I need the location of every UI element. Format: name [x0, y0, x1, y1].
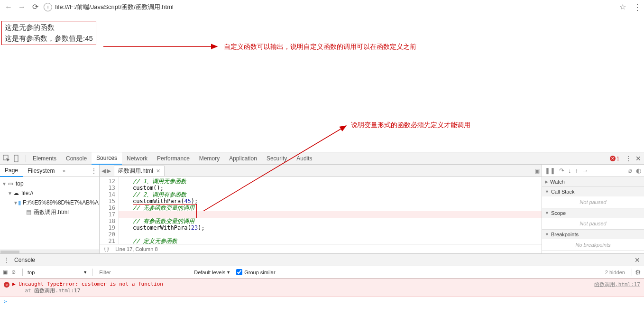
file-tree: ▼▭top ▼☁file:// ▼▮F:/%E5%89%8D%E7%AB%AF/… — [0, 177, 99, 250]
tab-network[interactable]: Network — [122, 152, 152, 165]
output-line-1: 这是无参的函数 — [5, 22, 93, 33]
file-tab-close-icon[interactable]: ✕ — [156, 168, 160, 174]
back-button[interactable]: ← — [2, 0, 15, 14]
tab-elements[interactable]: Elements — [28, 152, 61, 165]
sources-editor: ◀▶ 函数调用.html✕ ▣ 12131415161718192021 // … — [100, 165, 542, 253]
drawer-close-icon[interactable]: ✕ — [635, 256, 640, 264]
filter-input[interactable] — [99, 270, 194, 275]
tab-sources[interactable]: Sources — [92, 152, 122, 165]
bookmark-icon[interactable]: ☆ — [619, 2, 629, 11]
tab-console[interactable]: Console — [61, 152, 92, 165]
info-icon[interactable]: i — [44, 3, 52, 11]
context-select[interactable]: top▼ — [26, 270, 89, 275]
code-lines: // 1、调用无参函数custom();// 2、调用有参函数customWit… — [119, 177, 542, 244]
devtools-panel: Elements Console Sources Network Perform… — [0, 152, 644, 335]
levels-select[interactable]: Default levels▼ — [194, 270, 230, 275]
nav-more-icon[interactable]: » — [62, 168, 65, 174]
tree-scrollbar[interactable] — [0, 250, 99, 253]
error-source-link[interactable]: 函数调用.html:17 — [594, 281, 640, 294]
error-stack-link[interactable]: 函数调用.html:17 — [34, 288, 80, 294]
annotation-text-2: 说明变量形式的函数必须先定义才能调用 — [351, 121, 470, 130]
group-similar-label: Group similar — [244, 270, 275, 275]
inspect-icon[interactable] — [3, 155, 10, 162]
line-gutter: 12131415161718192021 — [100, 177, 119, 244]
cursor-position: Line 17, Column 8 — [115, 246, 157, 252]
deactivate-bp-icon[interactable]: ⌀ — [628, 167, 632, 174]
section-callstack[interactable]: ▼Call Stack — [542, 187, 644, 196]
code-area[interactable]: 12131415161718192021 // 1、调用无参函数custom()… — [100, 177, 542, 244]
drawer-menu-icon[interactable]: ⋮ — [4, 257, 9, 263]
svg-rect-5 — [14, 155, 18, 162]
output-box: 这是无参的函数 这是有参函数，参数值是:45 — [1, 21, 96, 45]
drawer-title: Console — [14, 257, 35, 263]
console-prompt[interactable]: > — [0, 297, 644, 307]
clear-console-icon[interactable]: ⊘ — [11, 269, 16, 275]
devtools-close-icon[interactable]: ✕ — [635, 155, 641, 162]
step-into-icon[interactable]: ↓ — [568, 167, 571, 174]
tree-origin[interactable]: ▼☁file:// — [0, 188, 99, 198]
url-bar[interactable]: i file:///F:/前端/JavaScript/函数/函数调用.html — [44, 1, 616, 13]
expand-icon[interactable]: ▣ — [534, 168, 540, 174]
sources-navigator: Page Filesystem » ⋮ ▼▭top ▼☁file:// ▼▮F:… — [0, 165, 100, 253]
debug-controls: ❚❚ ↷ ↓ ↑ → ⌀ ◐ — [542, 165, 644, 177]
tab-performance[interactable]: Performance — [152, 152, 194, 165]
output-line-2: 这是有参函数，参数值是:45 — [5, 33, 93, 44]
console-filter-bar: ▣ ⊘ top▼ Default levels▼ Group similar 2… — [0, 266, 644, 279]
hidden-count[interactable]: 2 hidden — [605, 270, 625, 275]
nav-menu-icon[interactable]: ⋮ — [91, 167, 97, 175]
page-viewport: 这是无参的函数 这是有参函数，参数值是:45 自定义函数可以输出，说明自定义函数… — [0, 14, 644, 152]
step-out-icon[interactable]: ↑ — [575, 167, 579, 174]
section-scope[interactable]: ▼Scope — [542, 208, 644, 218]
sidebar-toggle-icon[interactable]: ▣ — [3, 269, 8, 275]
group-similar-checkbox[interactable] — [236, 269, 242, 275]
sources-panel: Page Filesystem » ⋮ ▼▭top ▼☁file:// ▼▮F:… — [0, 165, 644, 253]
tree-top[interactable]: ▼▭top — [0, 179, 99, 188]
error-badge[interactable]: ✕1 — [610, 156, 619, 161]
device-icon[interactable] — [13, 155, 21, 162]
editor-status-bar: {} Line 17, Column 8 — [100, 244, 542, 253]
console-drawer: ⋮ Console ✕ ▣ ⊘ top▼ Default levels▼ Gro… — [0, 253, 644, 335]
error-icon: ✕ — [4, 282, 9, 288]
tree-file[interactable]: ▤函数调用.html — [0, 207, 99, 217]
devtools-menu-icon[interactable]: ⋮ — [625, 155, 632, 162]
url-text: file:///F:/前端/JavaScript/函数/函数调用.html — [55, 3, 174, 11]
annotation-text-1: 自定义函数可以输出，说明自定义函数的调用可以在函数定义之前 — [224, 43, 416, 51]
reload-button[interactable]: ⟳ — [28, 0, 42, 14]
chrome-menu-icon[interactable]: ⋮ — [633, 2, 642, 12]
tree-folder[interactable]: ▼▮F:/%E5%89%8D%E7%AB%AF/J... — [0, 198, 99, 207]
browser-toolbar: ← → ⟳ i file:///F:/前端/JavaScript/函数/函数调用… — [0, 0, 644, 14]
pause-exceptions-icon[interactable]: ◐ — [636, 167, 641, 174]
console-settings-icon[interactable]: ⚙ — [635, 269, 641, 276]
step-over-icon[interactable]: ↷ — [559, 167, 564, 174]
nav-tab-filesystem[interactable]: Filesystem — [23, 165, 59, 177]
pause-icon[interactable]: ❚❚ — [545, 167, 555, 174]
forward-button[interactable]: → — [15, 0, 28, 14]
section-breakpoints[interactable]: ▼Breakpoints — [542, 230, 644, 239]
nav-tab-page[interactable]: Page — [0, 165, 23, 177]
debugger-sidebar: ❚❚ ↷ ↓ ↑ → ⌀ ◐ ▶Watch ▼Call StackNot pau… — [542, 165, 644, 253]
file-tab-nav[interactable]: ◀▶ — [101, 168, 111, 174]
section-watch[interactable]: ▶Watch — [542, 177, 644, 186]
console-body: ✕ ▶ Uncaught TypeError: customer is not … — [0, 279, 644, 335]
file-tab[interactable]: 函数调用.html✕ — [114, 166, 165, 176]
annotation-arrow-1 — [103, 39, 222, 54]
step-icon[interactable]: → — [582, 167, 588, 174]
console-error-message[interactable]: ✕ ▶ Uncaught TypeError: customer is not … — [0, 279, 644, 297]
format-icon[interactable]: {} — [103, 246, 110, 252]
